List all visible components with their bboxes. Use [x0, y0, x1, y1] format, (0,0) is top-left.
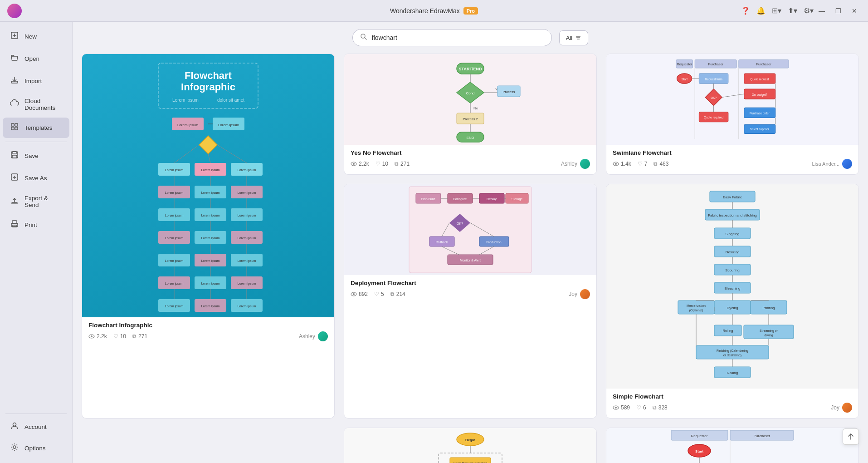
minimize-button[interactable]: —	[815, 5, 828, 17]
likes-stat: ♡ 7	[638, 161, 648, 167]
sidebar-item-cloud[interactable]: Cloud Documents	[3, 93, 69, 116]
settings-icon[interactable]: ⚙▾	[804, 6, 814, 15]
svg-text:No: No	[473, 106, 478, 110]
sidebar-templates-label: Templates	[24, 124, 53, 131]
cards-container: Flowchart Infographic Lorem ipsum dolor …	[73, 52, 868, 463]
window-controls: — ❐ ✕	[815, 5, 861, 17]
svg-text:Lorem ipsum: Lorem ipsum	[201, 259, 220, 263]
svg-text:OK?: OK?	[457, 222, 463, 225]
import-icon	[10, 75, 19, 87]
svg-text:Rolling: Rolling	[723, 329, 733, 333]
sidebar-new-label: New	[24, 33, 37, 40]
copies-stat: ⧉ 463	[653, 161, 668, 167]
template-card-deployment[interactable]: Plan/Build Configure Deploy Storage	[344, 184, 597, 419]
svg-text:Lorem ipsum: Lorem ipsum	[218, 123, 239, 127]
views-stat: 2.2k	[351, 161, 369, 167]
svg-text:drying: drying	[764, 334, 773, 337]
template-card-process[interactable]: Requester Purchaser Start Regulation for…	[606, 428, 859, 463]
svg-text:Quote request: Quote request	[750, 78, 769, 81]
svg-rect-7	[11, 127, 14, 130]
sidebar-item-options[interactable]: Options	[3, 438, 69, 458]
card-author: Lisa Ander...	[812, 159, 852, 169]
svg-text:Request form: Request form	[705, 78, 722, 81]
svg-text:(Optional): (Optional)	[689, 309, 703, 312]
sidebar-divider-1	[5, 142, 67, 142]
sidebar-item-open[interactable]: Open	[3, 49, 69, 69]
svg-text:Start: Start	[695, 449, 704, 453]
template-card-flowchart-infographic[interactable]: Flowchart Infographic Lorem ipsum dolor …	[82, 54, 335, 419]
copies-stat: ⧉ 271	[132, 333, 147, 340]
sidebar-divider-2	[5, 414, 67, 414]
template-card-simple-flowchart[interactable]: Begin Loop through selected elements i <…	[344, 428, 597, 463]
deployment-flowchart-diagram: Plan/Build Configure Deploy Storage	[344, 184, 596, 275]
svg-text:Process 2: Process 2	[463, 117, 478, 121]
svg-rect-10	[13, 152, 16, 154]
svg-line-22	[365, 38, 366, 39]
svg-text:Lorem ipsum: Lorem ipsum	[165, 214, 184, 217]
svg-text:Streaming or: Streaming or	[760, 329, 778, 333]
scroll-top-button[interactable]	[843, 429, 859, 445]
notification-icon[interactable]: 🔔	[756, 6, 766, 15]
svg-text:Lorem ipsum: Lorem ipsum	[201, 191, 220, 195]
close-button[interactable]: ✕	[848, 5, 861, 17]
sidebar-item-print[interactable]: Print	[3, 215, 69, 235]
flowchart-infographic-diagram: Flowchart Infographic Lorem ipsum dolor …	[82, 54, 334, 317]
copy-icon: ⧉	[132, 333, 137, 340]
grid-icon[interactable]: ⊞▾	[772, 6, 781, 15]
filter-lines-icon	[575, 34, 581, 41]
restore-button[interactable]: ❐	[832, 5, 844, 17]
svg-text:dolor sit amet: dolor sit amet	[217, 98, 244, 103]
template-card-swimlane[interactable]: Requester Purchaser Purchaser Start	[606, 54, 859, 175]
sidebar-item-export[interactable]: Export & Send	[3, 190, 69, 213]
svg-text:Lorem ipsum: Lorem ipsum	[238, 282, 256, 286]
template-card-yes-no-flowchart[interactable]: START/END Cond Yes Process	[344, 54, 597, 175]
card-info-flowchart-infographic: Flowchart Infographic 2.2k ♡ 10	[82, 317, 334, 347]
card-title: Simple Flowchart	[613, 393, 852, 400]
svg-line-146	[722, 94, 744, 97]
sidebar-item-templates[interactable]: Templates	[3, 118, 69, 138]
views-icon	[88, 333, 95, 340]
template-card-simple[interactable]: Easy Fabric Fabric inspection and stitch…	[606, 184, 859, 419]
svg-text:Loop through selected: Loop through selected	[454, 461, 487, 463]
save-icon	[10, 150, 19, 162]
search-area: All	[73, 22, 868, 52]
sidebar-item-saveas[interactable]: Save As	[3, 168, 69, 188]
sidebar-item-new[interactable]: New	[3, 26, 69, 47]
sidebar-print-label: Print	[24, 222, 37, 228]
svg-rect-6	[15, 123, 18, 126]
help-icon[interactable]: ❓	[741, 6, 750, 15]
svg-rect-18	[13, 225, 16, 227]
svg-text:Lorem ipsum: Lorem ipsum	[165, 236, 184, 240]
new-icon	[10, 31, 19, 42]
likes-stat: ♡ 5	[374, 291, 384, 297]
card-author: Ashley	[299, 331, 328, 341]
content-area: All Flowchart Infographic Lorem i	[73, 22, 868, 463]
sidebar-item-account[interactable]: Account	[3, 417, 69, 437]
svg-text:Monitor & Alert: Monitor & Alert	[460, 259, 481, 262]
svg-point-178	[353, 293, 355, 295]
svg-line-44	[208, 154, 210, 163]
svg-rect-15	[12, 202, 17, 204]
svg-point-152	[615, 163, 617, 165]
sidebar-open-label: Open	[24, 55, 39, 62]
svg-text:Fabric inspection and stitchin: Fabric inspection and stitching	[708, 213, 757, 217]
filter-button[interactable]: All	[559, 30, 588, 45]
svg-text:Purchaser: Purchaser	[756, 62, 771, 66]
card-stats: 2.2k ♡ 10 ⧉ 271 Ashley	[88, 331, 328, 341]
author-avatar	[580, 289, 590, 299]
sidebar-item-import[interactable]: Import	[3, 71, 69, 91]
card-author: Joy	[831, 403, 852, 413]
svg-text:Purchase order: Purchase order	[750, 112, 770, 115]
svg-text:Lorem ipsum: Lorem ipsum	[172, 98, 199, 103]
sidebar-item-save[interactable]: Save	[3, 146, 69, 166]
app-title: Wondershare EdrawMax Pro	[390, 7, 478, 15]
svg-text:Easy Fabric: Easy Fabric	[723, 195, 742, 199]
svg-line-45	[217, 145, 247, 163]
share-icon[interactable]: ⬆▾	[788, 6, 797, 15]
search-input[interactable]	[372, 34, 544, 41]
svg-text:Lorem ipsum: Lorem ipsum	[201, 305, 220, 308]
svg-text:Lorem ipsum: Lorem ipsum	[201, 214, 220, 217]
scroll-top-icon	[847, 433, 855, 441]
views-stat: 1.4k	[613, 161, 631, 167]
svg-text:Lorem ipsum: Lorem ipsum	[238, 305, 256, 308]
